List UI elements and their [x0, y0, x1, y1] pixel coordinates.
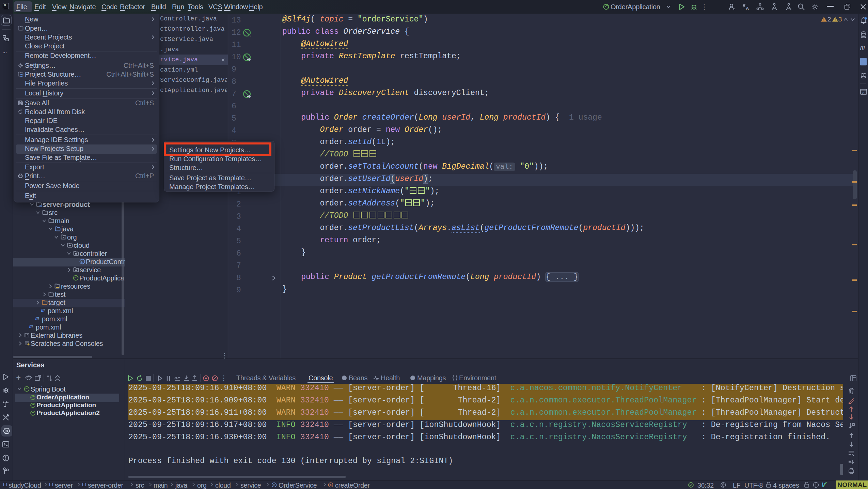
svg-text:A: A — [746, 6, 749, 11]
svg-text:m: m — [330, 484, 332, 487]
svg-text:A: A — [862, 91, 864, 94]
svg-text:C: C — [273, 484, 275, 487]
svg-text:C: C — [81, 260, 83, 264]
